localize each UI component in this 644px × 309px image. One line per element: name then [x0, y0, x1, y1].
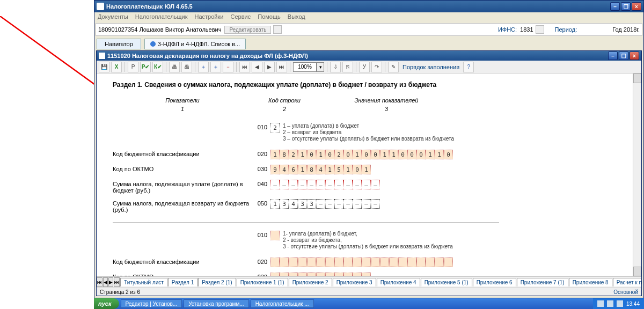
- zoom-input[interactable]: [293, 62, 317, 72]
- page-tab[interactable]: Приложение 8: [569, 278, 612, 286]
- section-divider: [113, 223, 499, 223]
- add-multi-icon[interactable]: ＋: [210, 62, 221, 72]
- maximize-button[interactable]: ❐: [621, 2, 631, 11]
- page-tab[interactable]: Приложение 3: [333, 278, 376, 286]
- doc-minimize-button[interactable]: –: [608, 52, 618, 60]
- document-content: Раздел 1. Сведения о суммах налога, подл…: [97, 73, 641, 276]
- tabs-first-icon[interactable]: ⏮: [97, 277, 103, 287]
- minimize-button[interactable]: –: [610, 2, 620, 11]
- app-window: Налогоплательщик ЮЛ 4.65.5 – ❐ × Докумен…: [94, 0, 644, 298]
- excel-icon[interactable]: X: [111, 62, 122, 72]
- mode-status: Основной: [613, 289, 638, 295]
- order-link[interactable]: Порядок заполнения: [400, 64, 462, 70]
- menu-bar: Документы Налогоплательщик Настройки Сер…: [94, 12, 643, 22]
- menu-item[interactable]: Выход: [288, 13, 305, 20]
- close-button[interactable]: ×: [632, 2, 641, 11]
- row-020: Код бюджетной классификации 020 18210102…: [113, 150, 632, 159]
- clock: 13:44: [626, 301, 640, 307]
- tool-u-arrow[interactable]: ↷: [371, 62, 382, 72]
- start-button[interactable]: пуск: [94, 298, 119, 309]
- document-tab[interactable]: 3-НДФЛ и 4-НДФЛ. Список в...: [144, 39, 246, 49]
- next-page-icon[interactable]: ▶: [264, 62, 275, 72]
- page-tab[interactable]: Приложение 6: [473, 278, 516, 286]
- tool-p[interactable]: Р: [128, 62, 138, 72]
- row-010: 010 2 1 – уплата (доплата) в бюджет 2 – …: [113, 123, 632, 142]
- tabs-last-icon[interactable]: ⏭: [114, 277, 120, 287]
- refresh-icon: [150, 41, 156, 47]
- taskbar-item[interactable]: Налогоплательщик ...: [251, 299, 314, 308]
- row-030: Код по ОКТМО 030 94618415101: [113, 165, 632, 174]
- wand-icon[interactable]: ✎: [388, 62, 399, 72]
- print-icon[interactable]: 🖶: [169, 62, 180, 72]
- period-label: Период:: [555, 26, 577, 33]
- page-tab[interactable]: Приложение 7 (1): [517, 278, 568, 286]
- attach-icon[interactable]: ⎘: [342, 62, 353, 72]
- system-tray[interactable]: 13:44: [593, 298, 644, 309]
- zoom-control[interactable]: ▾: [293, 62, 324, 72]
- tool-u[interactable]: У: [359, 62, 370, 72]
- row-040: Сумма налога, подлежащая уплате (доплате…: [113, 180, 632, 194]
- windows-taskbar: пуск Редактор | Установ... Установка про…: [94, 298, 644, 309]
- column-headers: Показатели Код строки Значения показател…: [113, 97, 632, 104]
- page-tab[interactable]: Приложение 1 (1): [237, 278, 288, 286]
- field-010[interactable]: 2: [270, 123, 280, 133]
- ifns-browse[interactable]: [536, 25, 544, 34]
- column-numbers: 1 2 3: [113, 106, 632, 112]
- page-tab[interactable]: Титульный лист: [120, 278, 167, 286]
- field-020b-kbk[interactable]: [270, 258, 632, 267]
- doc-close-button[interactable]: ×: [630, 52, 639, 60]
- print-preview-icon[interactable]: 🖶: [181, 62, 192, 72]
- app-title-bar: Налогоплательщик ЮЛ 4.65.5 – ❐ ×: [94, 1, 643, 12]
- delete-icon[interactable]: －: [223, 62, 233, 72]
- add-icon[interactable]: ＋: [198, 62, 209, 72]
- menu-item[interactable]: Сервис: [231, 13, 251, 20]
- menu-item[interactable]: Документы: [98, 13, 128, 20]
- extra-button[interactable]: [273, 25, 282, 34]
- tabs-prev-icon[interactable]: ◀: [103, 277, 108, 287]
- prev-page-icon[interactable]: ◀: [252, 62, 262, 72]
- help-icon[interactable]: ?: [463, 62, 474, 72]
- first-page-icon[interactable]: ⏮: [239, 62, 250, 72]
- export-icon[interactable]: ⇩: [330, 62, 341, 72]
- menu-item[interactable]: Налогоплательщик: [135, 13, 188, 20]
- taskbar-item[interactable]: Установка программ...: [184, 299, 248, 308]
- tray-icon[interactable]: [607, 300, 613, 307]
- doc-maximize-button[interactable]: ❐: [619, 52, 628, 60]
- field-030b-oktmo[interactable]: [270, 273, 632, 276]
- field-040-sum[interactable]: ––––––––––––: [270, 180, 632, 189]
- page-tab[interactable]: Приложение 4: [377, 278, 420, 286]
- zoom-dropdown-icon[interactable]: ▾: [317, 62, 324, 72]
- field-020-kbk[interactable]: 18210102010011000110: [270, 150, 632, 159]
- field-050-sum[interactable]: 13433–––––––: [270, 199, 632, 209]
- edit-button[interactable]: Редактировать: [224, 26, 271, 34]
- page-tab[interactable]: Приложение 5 (1): [421, 278, 472, 286]
- page-status: Страница 2 из 6: [100, 289, 140, 295]
- last-page-icon[interactable]: ⏭: [276, 62, 287, 72]
- field-010b[interactable]: [270, 231, 280, 240]
- ifns-value: 1831: [520, 26, 533, 33]
- info-bar: 180901027354 Лошаков Виктор Анатольевич …: [96, 23, 642, 36]
- vertical-scrollbar[interactable]: [633, 73, 641, 276]
- page-tab[interactable]: Раздел 1: [168, 278, 197, 286]
- nav-row: Навигатор 3-НДФЛ и 4-НДФЛ. Список в...: [94, 37, 643, 51]
- save-icon[interactable]: 💾: [99, 62, 109, 72]
- document-title-bar: 1151020 Налоговая декларация по налогу н…: [97, 51, 641, 61]
- field-030-oktmo[interactable]: 94618415101: [270, 165, 632, 174]
- tool-p-check[interactable]: Р✔: [140, 62, 151, 72]
- page-tab[interactable]: Приложение 2: [289, 278, 332, 286]
- page-tabs-bar: ⏮ ◀ ▶ ⏭ Титульный листРаздел 1Раздел 2 (…: [97, 276, 641, 296]
- tabs-next-icon[interactable]: ▶: [108, 277, 113, 287]
- hint-010: 1 – уплата (доплата) в бюджет 2 – возвра…: [283, 123, 454, 142]
- menu-item[interactable]: Помощь: [258, 13, 281, 20]
- tray-icon[interactable]: [617, 300, 623, 307]
- menu-item[interactable]: Настройки: [195, 13, 224, 20]
- tool-k-check[interactable]: К✔: [152, 62, 163, 72]
- status-bar: Страница 2 из 6 Основной: [97, 288, 641, 296]
- document-toolbar: 💾 X Р Р✔ К✔ 🖶 🖶 ＋ ＋ － ⏮ ◀ ▶ ⏭ ▾ ⇩: [97, 61, 641, 73]
- page-tab[interactable]: Расчет к прил.1: [613, 278, 641, 286]
- taskbar-item[interactable]: Редактор | Установ...: [121, 299, 182, 308]
- navigator-button[interactable]: Навигатор: [97, 39, 141, 49]
- page-tab[interactable]: Раздел 2 (1): [198, 278, 236, 286]
- tray-icon[interactable]: [597, 300, 604, 307]
- ifns-label: ИФНС:: [498, 26, 517, 33]
